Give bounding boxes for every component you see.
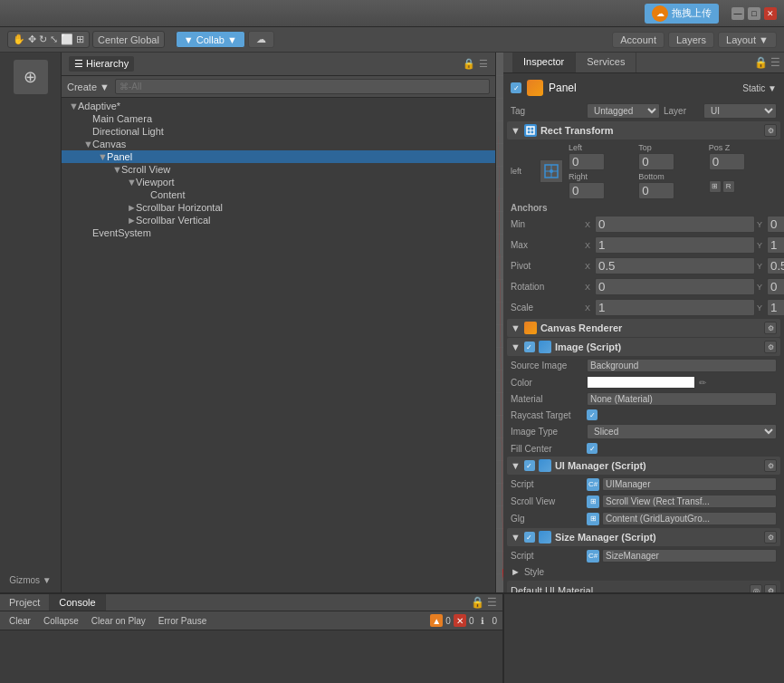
tree-item-scrollbar-v[interactable]: ► Scrollbar Vertical xyxy=(62,214,495,226)
hierarchy-menu-icon[interactable]: ☰ xyxy=(479,58,488,70)
anchor-preset-widget[interactable] xyxy=(540,159,563,183)
warn-count: 0 xyxy=(445,616,451,626)
anchor-max-y-input[interactable] xyxy=(767,236,784,254)
scale-tool-icon[interactable]: ⤡ xyxy=(50,34,58,45)
scale-y-input[interactable] xyxy=(767,299,784,316)
rotate-tool-icon[interactable]: ↻ xyxy=(39,34,47,45)
obj-enable-checkbox[interactable]: ✓ xyxy=(511,82,521,93)
multi-tool-icon[interactable]: ⊞ xyxy=(76,34,84,45)
image-enable-checkbox[interactable]: ✓ xyxy=(524,342,535,352)
anchor-min-x-input[interactable] xyxy=(595,216,755,233)
raycast-checkbox[interactable]: ✓ xyxy=(587,409,598,420)
pos-top-input[interactable] xyxy=(638,153,674,170)
image-type-dropdown[interactable]: Sliced xyxy=(587,424,777,439)
pivot-y-input[interactable] xyxy=(767,257,784,274)
pos-right-input[interactable] xyxy=(569,182,605,199)
inspector-lock-icon[interactable]: 🔒 xyxy=(754,56,768,69)
services-tab[interactable]: Services xyxy=(576,53,636,72)
fill-center-checkbox[interactable]: ✓ xyxy=(587,443,598,454)
move-tool-icon[interactable]: ✥ xyxy=(28,34,36,45)
ui-mgr-enable-checkbox[interactable]: ✓ xyxy=(524,460,535,471)
source-image-value[interactable]: Background xyxy=(587,359,777,372)
resize-h-btn[interactable]: R xyxy=(722,180,735,193)
tree-item-scroll-view[interactable]: ▼ Scroll View xyxy=(62,163,495,176)
global-label[interactable]: Global xyxy=(130,34,159,45)
scene-viewport[interactable] xyxy=(496,53,503,592)
scroll-view-value[interactable]: Scroll View (Rect Transf... xyxy=(602,495,777,508)
inspector-menu-icon[interactable]: ☰ xyxy=(770,56,780,69)
tree-item-event-system[interactable]: EventSystem xyxy=(62,226,495,239)
upload-button[interactable]: ☁ 拖拽上传 xyxy=(645,4,719,24)
hierarchy-tree[interactable]: ▼ Adaptive* Main Camera Directional Ligh… xyxy=(62,98,495,592)
clear-button[interactable]: Clear xyxy=(5,615,34,627)
hand-tool-icon[interactable]: ✋ xyxy=(13,34,25,45)
default-ui-target-icon[interactable]: ◎ xyxy=(750,584,762,592)
glg-value[interactable]: Content (GridLayoutGro... xyxy=(602,512,777,525)
canvas-renderer-section[interactable]: ▼ Canvas Renderer ⚙ xyxy=(507,319,780,337)
tree-item-dir-light[interactable]: Directional Light xyxy=(62,125,495,138)
clear-on-play-button[interactable]: Clear on Play xyxy=(88,615,149,627)
tree-item-scrollbar-h[interactable]: ► Scrollbar Horizontal xyxy=(62,201,495,214)
color-edit-icon[interactable]: ✏ xyxy=(699,378,706,388)
rect-tool-icon[interactable]: ⬜ xyxy=(61,34,73,45)
rect-settings-icon[interactable]: ⚙ xyxy=(764,124,777,137)
layer-dropdown[interactable]: UI xyxy=(703,103,777,119)
tag-dropdown[interactable]: Untagged xyxy=(587,103,660,119)
tree-item-main-camera[interactable]: Main Camera xyxy=(62,112,495,125)
ui-mgr-settings-icon[interactable]: ⚙ xyxy=(764,459,777,472)
hierarchy-tab[interactable]: ☰ Hierarchy xyxy=(69,56,134,72)
tree-item-canvas[interactable]: ▼ Canvas xyxy=(62,138,495,150)
collab-button[interactable]: ▼ Collab ▼ xyxy=(176,31,245,48)
color-swatch[interactable] xyxy=(587,376,695,389)
canvas-settings-icon[interactable]: ⚙ xyxy=(764,322,777,334)
gizmos-label[interactable]: Gizmos ▼ xyxy=(9,575,52,585)
maximize-button[interactable]: □ xyxy=(748,7,760,20)
toolbar-large-btn[interactable]: ⊕ xyxy=(14,60,48,94)
tree-item-viewport[interactable]: ▼ Viewport xyxy=(62,176,495,188)
resize-w-btn[interactable]: ⊞ xyxy=(709,180,722,193)
size-manager-section[interactable]: ▼ ✓ Size Manager (Script) ⚙ xyxy=(507,528,780,546)
error-pause-button[interactable]: Error Pause xyxy=(155,615,210,627)
project-tab[interactable]: Project xyxy=(0,594,50,611)
layout-button[interactable]: Layout ▼ xyxy=(718,32,777,48)
rect-icon xyxy=(524,124,537,137)
material-value[interactable]: None (Material) xyxy=(587,392,777,406)
account-button[interactable]: Account xyxy=(612,32,664,48)
hierarchy-search-input[interactable] xyxy=(115,79,490,94)
rot-y-input[interactable] xyxy=(767,278,784,295)
console-menu-icon[interactable]: ☰ xyxy=(487,596,497,609)
collapse-button[interactable]: Collapse xyxy=(40,615,82,627)
create-dropdown[interactable]: Create ▼ xyxy=(67,82,110,92)
rect-transform-section[interactable]: ▼ Rect Transform ⚙ xyxy=(507,121,780,139)
default-ui-settings-icon[interactable]: ⚙ xyxy=(764,584,777,592)
layers-button[interactable]: Layers xyxy=(668,32,714,48)
scale-x-input[interactable] xyxy=(595,299,755,316)
tree-item-panel[interactable]: ▼ Panel xyxy=(62,150,495,163)
ui-script-name[interactable]: UIManager xyxy=(602,477,777,491)
anchor-max-x-input[interactable] xyxy=(595,236,755,254)
anchor-min-y-input[interactable] xyxy=(767,216,784,233)
tree-item-content[interactable]: Content xyxy=(62,188,495,201)
rot-x-input[interactable] xyxy=(595,278,755,295)
tree-item-label: Main Camera xyxy=(92,113,152,124)
console-lock-icon[interactable]: 🔒 xyxy=(471,596,484,609)
pos-z-input[interactable] xyxy=(709,153,745,170)
close-button[interactable]: ✕ xyxy=(764,7,777,20)
size-enable-checkbox[interactable]: ✓ xyxy=(524,532,535,543)
pivot-x-input[interactable] xyxy=(595,257,755,274)
hierarchy-lock-icon[interactable]: 🔒 xyxy=(463,58,475,70)
center-label[interactable]: Center xyxy=(98,34,128,45)
image-script-section[interactable]: ▼ ✓ Image (Script) ⚙ xyxy=(507,338,780,356)
console-tab-btn[interactable]: Console xyxy=(50,594,105,611)
ui-manager-section[interactable]: ▼ ✓ UI Manager (Script) ⚙ xyxy=(507,457,780,475)
image-settings-icon[interactable]: ⚙ xyxy=(764,341,777,353)
static-label[interactable]: Static ▼ xyxy=(742,83,777,93)
cloud-button[interactable]: ☁ xyxy=(248,31,274,48)
inspector-tab[interactable]: Inspector xyxy=(512,53,576,72)
size-script-name[interactable]: SizeManager xyxy=(602,549,777,563)
tree-item-adaptive[interactable]: ▼ Adaptive* xyxy=(62,100,495,112)
pos-left-input[interactable] xyxy=(569,153,605,170)
size-settings-icon[interactable]: ⚙ xyxy=(764,531,777,544)
pos-bottom-input[interactable] xyxy=(638,182,674,199)
minimize-button[interactable]: — xyxy=(731,7,744,20)
